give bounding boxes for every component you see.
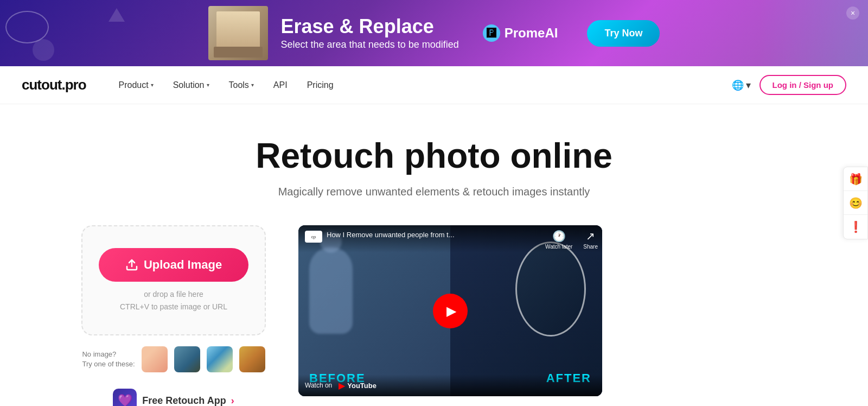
product-chevron-icon: ▾ bbox=[151, 82, 154, 88]
upload-column: Upload Image or drop a file here CTRL+V … bbox=[81, 225, 266, 406]
upload-hint: or drop a file here CTRL+V to paste imag… bbox=[120, 288, 227, 313]
promeai-icon: 🅿 bbox=[483, 24, 500, 42]
video-column: BEFORE AFTER cp How I Remove unwanted pe… bbox=[298, 225, 787, 396]
youtube-bottom-bar: Watch on ▶ YouTube bbox=[298, 375, 602, 396]
sidebar-icons: 🎁 😊 ❗ bbox=[843, 167, 868, 239]
tools-chevron-icon: ▾ bbox=[251, 82, 254, 88]
samples-label: No image? Try one of these: bbox=[82, 350, 135, 369]
navbar: cutout.pro Product ▾ Solution ▾ Tools ▾ … bbox=[0, 66, 868, 104]
youtube-label: YouTube bbox=[347, 382, 376, 390]
translate-icon: 🌐 bbox=[732, 79, 744, 91]
sample-image-2[interactable] bbox=[174, 346, 200, 372]
play-button[interactable]: ▶ bbox=[433, 294, 468, 328]
video-actions: 🕐 Watch later ↗ Share bbox=[545, 230, 598, 250]
watch-later-icon: 🕐 bbox=[552, 230, 566, 243]
ad-banner: Erase & Replace Select the area that nee… bbox=[0, 0, 868, 66]
ad-subtitle: Select the area that needs to be modifie… bbox=[281, 39, 459, 50]
sample-image-1[interactable] bbox=[142, 346, 168, 372]
app-link-label: Free Retouch App › bbox=[142, 395, 234, 406]
video-container[interactable]: BEFORE AFTER cp How I Remove unwanted pe… bbox=[298, 225, 602, 396]
app-link-arrow-icon: › bbox=[231, 395, 234, 406]
upload-button[interactable]: Upload Image bbox=[99, 248, 248, 282]
samples-row: No image? Try one of these: bbox=[82, 346, 265, 372]
watch-on-label: Watch on bbox=[305, 382, 332, 389]
video-background: BEFORE AFTER cp How I Remove unwanted pe… bbox=[298, 225, 602, 396]
oval-frame bbox=[515, 242, 586, 337]
share-action[interactable]: ↗ Share bbox=[583, 230, 598, 250]
sample-image-3[interactable] bbox=[207, 346, 233, 372]
video-title: How I Remove unwanted people from t... bbox=[327, 231, 455, 239]
upload-drop-zone[interactable]: Upload Image or drop a file here CTRL+V … bbox=[81, 225, 266, 335]
share-icon: ↗ bbox=[586, 230, 595, 243]
hero-subtitle: Magically remove unwanted elements & ret… bbox=[278, 186, 590, 198]
nav-links: Product ▾ Solution ▾ Tools ▾ API Pricing bbox=[119, 80, 732, 90]
sidebar-avatar-button[interactable]: 😊 bbox=[844, 191, 867, 215]
youtube-icon: ▶ bbox=[339, 380, 345, 391]
app-link[interactable]: 💜 Free Retouch App › bbox=[113, 389, 234, 406]
language-button[interactable]: 🌐 ▾ bbox=[732, 79, 751, 91]
youtube-top-bar: cp How I Remove unwanted people from t..… bbox=[298, 225, 602, 252]
play-icon: ▶ bbox=[446, 303, 456, 319]
ad-try-button[interactable]: Try Now bbox=[587, 20, 660, 47]
sidebar-gift-button[interactable]: 🎁 bbox=[844, 167, 867, 191]
ad-brand: 🅿 PromeAI bbox=[483, 24, 558, 42]
upload-icon bbox=[125, 258, 138, 271]
main-content: Retouch photo online Magically remove un… bbox=[0, 104, 868, 406]
hero-title: Retouch photo online bbox=[256, 137, 612, 175]
sample-image-4[interactable] bbox=[239, 346, 265, 372]
nav-item-api[interactable]: API bbox=[273, 80, 288, 90]
nav-item-tools[interactable]: Tools ▾ bbox=[229, 80, 254, 90]
logo[interactable]: cutout.pro bbox=[22, 77, 86, 93]
upload-button-label: Upload Image bbox=[144, 258, 222, 272]
youtube-logo[interactable]: ▶ YouTube bbox=[339, 380, 376, 391]
ad-title: Erase & Replace bbox=[281, 16, 459, 37]
sidebar-notification-button[interactable]: ❗ bbox=[844, 215, 867, 239]
ad-room-image bbox=[208, 6, 268, 60]
lang-chevron-icon: ▾ bbox=[746, 79, 751, 91]
app-icon: 💜 bbox=[113, 389, 137, 406]
channel-logo: cp bbox=[305, 231, 322, 243]
content-row: Upload Image or drop a file here CTRL+V … bbox=[81, 225, 787, 406]
nav-right: 🌐 ▾ Log in / Sign up bbox=[732, 75, 846, 95]
watch-later-action[interactable]: 🕐 Watch later bbox=[545, 230, 572, 250]
solution-chevron-icon: ▾ bbox=[207, 82, 209, 88]
login-button[interactable]: Log in / Sign up bbox=[760, 75, 846, 95]
ad-close-button[interactable]: × bbox=[846, 7, 859, 20]
nav-item-solution[interactable]: Solution ▾ bbox=[173, 80, 209, 90]
ghost-person-silhouette bbox=[309, 247, 353, 334]
nav-item-pricing[interactable]: Pricing bbox=[307, 80, 334, 90]
ad-brand-name: PromeAI bbox=[505, 26, 558, 41]
nav-item-product[interactable]: Product ▾ bbox=[119, 80, 154, 90]
